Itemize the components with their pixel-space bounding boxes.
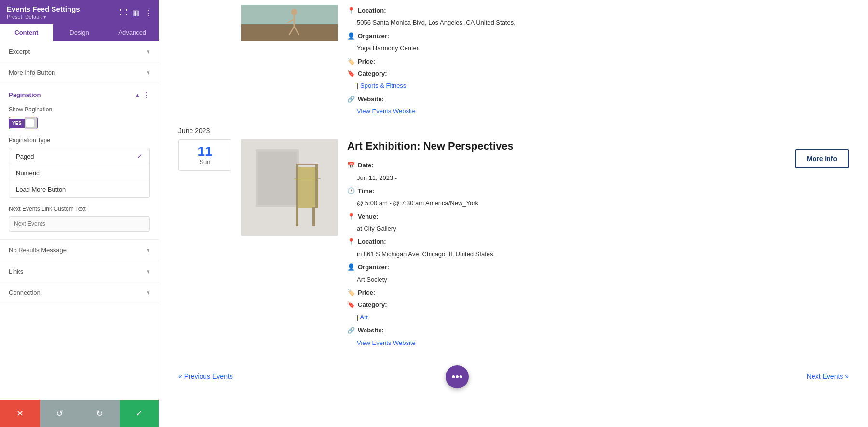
more-info-btn-container: More Info: [790, 139, 849, 168]
category-value: | Art: [347, 312, 790, 323]
toggle-thumb: [25, 117, 37, 129]
save-button[interactable]: ✓: [120, 400, 160, 427]
svg-rect-14: [312, 207, 315, 226]
pagination-option-numeric[interactable]: Numeric: [9, 165, 149, 181]
toggle-thumb-inner: [26, 119, 34, 127]
panel-preset[interactable]: Preset: Default ▾: [7, 14, 80, 20]
event-row-wrapper: 11 Sun: [178, 139, 849, 363]
svg-rect-13: [296, 207, 298, 226]
pagination-type-dropdown: Paged ✓ Numeric Load More Button: [9, 148, 150, 198]
svg-rect-15: [296, 179, 298, 208]
top-image-spacer: [241, 5, 338, 41]
month-label: June 2023: [178, 127, 849, 135]
pagination-option-load-more[interactable]: Load More Button: [9, 181, 149, 197]
event-meta: 📅 Date: Jun 11, 2023 - 🕐 Time: @ 5:00 am…: [347, 160, 790, 348]
date-meta-label: Date:: [358, 160, 374, 171]
date-day: Sun: [183, 158, 227, 165]
location-value: in 861 S Michigan Ave, Chicago ,IL Unite…: [347, 248, 790, 260]
fullscreen-icon[interactable]: ⛶: [120, 8, 127, 17]
section-excerpt[interactable]: Excerpt ▾: [0, 41, 159, 62]
svg-rect-17: [297, 164, 318, 165]
venue-row: 📍 Venue:: [347, 211, 790, 222]
pagination-numeric-label: Numeric: [16, 169, 39, 177]
top-organizer-label: Organizer:: [358, 30, 389, 41]
section-connection[interactable]: Connection ▾: [0, 282, 159, 303]
top-category-link[interactable]: Sports & Fitness: [360, 82, 406, 89]
pagination-header[interactable]: Pagination ▴ ⋮: [0, 83, 159, 106]
top-website-link-container: View Events Website: [347, 106, 849, 117]
top-location-value: 5056 Santa Monica Blvd, Los Angeles ,CA …: [347, 17, 849, 28]
venue-meta-label: Venue:: [358, 211, 379, 222]
top-category-value: | Sports & Fitness: [347, 80, 849, 91]
section-no-results[interactable]: No Results Message ▾: [0, 240, 159, 261]
no-results-chevron: ▾: [147, 247, 150, 254]
more-options-icon[interactable]: ⋮: [144, 8, 152, 17]
redo-button[interactable]: ↻: [80, 400, 120, 427]
svg-rect-20: [315, 164, 318, 179]
toggle-yes-label: YES: [9, 119, 25, 128]
location-row: 📍 Location:: [347, 236, 790, 247]
show-pagination-toggle[interactable]: YES: [9, 117, 38, 129]
top-location-row-meta: 📍 Location:: [347, 5, 849, 16]
date-row: 📅 Date:: [347, 160, 790, 171]
top-meta: 📍 Location: 5056 Santa Monica Blvd, Los …: [347, 5, 849, 117]
panel-header: Events Feed Settings Preset: Default ▾ ⛶…: [0, 0, 159, 24]
pagination-dots-icon[interactable]: ⋮: [142, 90, 150, 99]
prev-events-link[interactable]: « Previous Events: [178, 372, 233, 380]
pagination-chevron-up: ▴: [136, 91, 139, 98]
no-results-label: No Results Message: [9, 247, 67, 254]
gallery-image-svg: [241, 139, 338, 236]
layout-icon[interactable]: ▦: [132, 8, 139, 17]
undo-button[interactable]: ↺: [40, 400, 80, 427]
website-link[interactable]: View Events Website: [357, 339, 416, 346]
top-location-label: Location:: [358, 5, 386, 16]
tab-design[interactable]: Design: [53, 24, 106, 41]
next-events-input[interactable]: [9, 216, 150, 232]
date-box: 11 Sun: [178, 139, 231, 171]
top-website-link[interactable]: View Events Website: [357, 108, 416, 115]
section-more-info-button[interactable]: More Info Button ▾: [0, 62, 159, 83]
category-icon: 🔖: [347, 299, 355, 310]
location-meta-label: Location:: [358, 236, 386, 247]
website-icon: 🔗: [347, 325, 355, 336]
svg-rect-10: [258, 152, 297, 205]
tab-content[interactable]: Content: [0, 24, 53, 41]
website-row: 🔗 Website:: [347, 325, 790, 336]
section-links[interactable]: Links ▾: [0, 261, 159, 282]
right-content: 📍 Location: 5056 Santa Monica Blvd, Los …: [159, 0, 868, 427]
date-icon: 📅: [347, 160, 355, 171]
events-nav: « Previous Events Next Events »: [178, 363, 849, 395]
time-meta-label: Time:: [358, 185, 374, 196]
panel-toolbar: ✕ ↺ ↻ ✓: [0, 400, 159, 427]
top-category-icon: 🔖: [347, 68, 355, 79]
organizer-icon: 👤: [347, 262, 355, 273]
pagination-header-left: Pagination: [9, 91, 41, 98]
links-chevron: ▾: [147, 268, 150, 275]
pagination-header-right: ▴ ⋮: [136, 90, 150, 99]
top-price-row: 🏷️ Price:: [347, 56, 849, 67]
price-row: 🏷️ Price:: [347, 287, 790, 298]
category-meta-label: Category:: [358, 299, 387, 310]
category-link[interactable]: Art: [360, 314, 368, 321]
next-events-label: Next Events Link Custom Text: [9, 206, 150, 212]
svg-rect-16: [315, 179, 318, 208]
excerpt-chevron: ▾: [147, 48, 150, 55]
top-price-icon: 🏷️: [347, 56, 355, 67]
links-label: Links: [9, 268, 23, 275]
cancel-button[interactable]: ✕: [0, 400, 40, 427]
more-info-button[interactable]: More Info: [795, 149, 849, 168]
time-row: 🕐 Time:: [347, 185, 790, 196]
pagination-load-more-label: Load More Button: [16, 186, 66, 193]
pagination-option-paged[interactable]: Paged ✓: [9, 148, 149, 165]
next-events-link[interactable]: Next Events »: [807, 372, 849, 380]
svg-rect-12: [297, 179, 318, 208]
top-location-icon: 📍: [347, 5, 355, 16]
event-title: Art Exhibition: New Perspectives: [347, 139, 790, 153]
pagination-type-label: Pagination Type: [9, 137, 150, 144]
fab-button[interactable]: •••: [446, 365, 469, 388]
tab-advanced[interactable]: Advanced: [106, 24, 159, 41]
event-image: [241, 139, 338, 236]
venue-icon: 📍: [347, 211, 355, 222]
top-website-label: Website:: [358, 94, 384, 105]
event-details: Art Exhibition: New Perspectives 📅 Date:…: [347, 139, 790, 348]
